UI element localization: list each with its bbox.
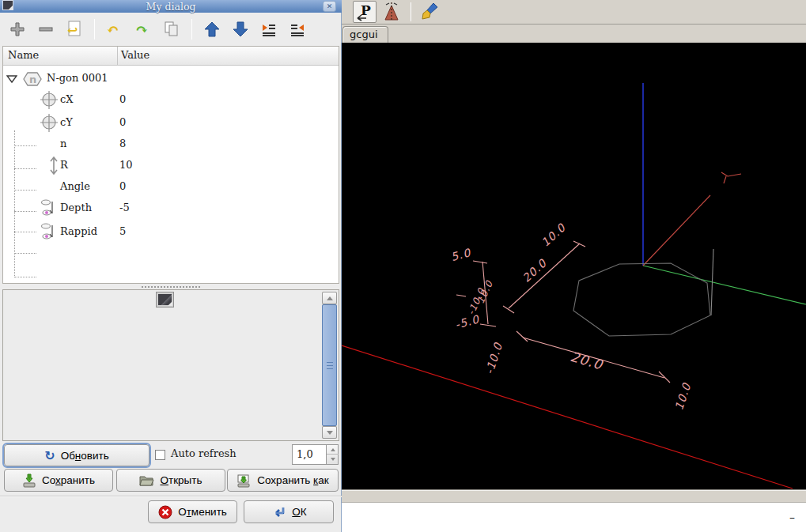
dim-label: 10.0 [539,221,568,249]
save-as-button-label: Сохранить как [257,474,328,486]
refresh-button[interactable]: ↻ Обновить [4,444,149,466]
tree-row-cy[interactable]: cY 0 [3,112,339,134]
ok-button[interactable]: ОК [244,500,334,523]
dim-label: 20.0 [569,349,606,373]
cone-tool-button[interactable] [380,1,403,23]
tree-guide-line [14,277,36,277]
save-button[interactable]: Сохранить [4,469,113,492]
tree-item-label[interactable]: Rappid [60,225,97,237]
position-icon [40,114,59,132]
triangle-up-icon [331,448,335,451]
indent-button[interactable] [259,20,278,39]
open-folder-icon [139,474,154,487]
svg-text:P: P [361,2,371,18]
add-button[interactable] [8,20,27,39]
green-axis [643,266,806,304]
tree-guide-line [14,253,36,254]
tree-row-depth[interactable]: Depth -5 [3,198,339,219]
tree-row-cx[interactable]: cX 0 [3,89,339,111]
tree-item-value[interactable]: -5 [119,202,130,213]
svg-text:↷: ↷ [135,21,148,38]
undo-icon: ↶ [105,20,124,39]
dim-label: -5.0 [454,312,481,331]
tree-item-value[interactable]: 0 [119,180,126,192]
ngon-icon: n [22,71,43,87]
unindent-icon [289,21,306,38]
column-header-name[interactable]: Name [8,49,39,61]
toolbar-separator [94,19,95,40]
tree-item-value[interactable]: 5 [119,225,126,237]
dim-label: -10.0 [482,341,505,375]
triangle-down-icon [327,431,333,435]
move-down-button[interactable] [231,20,250,39]
arrow-up-icon [203,21,221,38]
tree-item-value[interactable]: 0 [119,93,126,105]
revert-button[interactable]: ↩ [65,20,84,39]
remove-button[interactable] [36,20,55,39]
scroll-up-button[interactable] [322,292,337,304]
tree-row-rappid[interactable]: Rappid 5 [3,221,339,243]
plunge-icon [40,199,59,217]
main-toolbar: P [342,0,806,25]
tree-item-label[interactable]: n [60,138,66,149]
tree-row-ngon[interactable]: n N-gon 0001 [3,68,339,89]
spin-down-button[interactable] [327,455,339,464]
interval-spinbox[interactable]: 1,0 [292,444,339,465]
column-divider[interactable] [117,47,118,66]
triangle-down-icon [331,458,335,461]
svg-text:n: n [29,74,36,85]
tree-item-label[interactable]: R [60,159,68,171]
preview-scrollbar[interactable] [322,292,337,439]
scrollbar-thumb[interactable] [322,304,337,426]
open-button[interactable]: Открыть [116,469,225,492]
copy-icon [163,21,180,38]
tree-item-value[interactable]: 0 [119,116,126,128]
tree-item-label[interactable]: Angle [60,180,90,192]
screen: P gcgui [0,0,806,532]
tree-item-label[interactable]: cY [60,116,73,128]
interval-value[interactable]: 1,0 [297,448,313,460]
tab-gcgui[interactable]: gcgui [342,26,388,43]
column-header-value[interactable]: Value [121,49,149,61]
output-dash: – [789,511,795,523]
tree-item-label[interactable]: Depth [60,202,92,213]
revert-icon: ↩ [65,20,84,39]
tree-item-value[interactable]: 8 [119,138,126,149]
cone-icon [381,2,402,22]
scroll-down-button[interactable] [322,426,337,439]
brush-tool-button[interactable] [418,1,442,23]
dialog-titlebar[interactable]: My dialog ✕ [0,0,342,13]
close-button[interactable]: ✕ [323,1,336,12]
unindent-button[interactable] [288,20,307,39]
save-as-button[interactable]: Сохранить как [227,469,339,492]
dialog-toolbar: ↩ ↶ ↷ [0,13,342,46]
auto-refresh-checkbox[interactable] [155,450,165,460]
tab-label: gcgui [350,28,378,40]
spin-up-button[interactable] [327,445,339,455]
3d-viewport[interactable]: 5.0 10.0 -10.0 -5.0 20.0 10.0 -10.0 20.0… [342,43,806,489]
window-icon [2,0,13,10]
auto-refresh-label: Auto refresh [171,447,237,459]
tree-header[interactable]: Name Value [3,47,339,66]
letter-p-tool-button[interactable]: P [353,1,377,23]
redo-button[interactable]: ↷ [134,20,153,39]
move-up-button[interactable] [202,20,221,39]
tree-row-r[interactable]: R 10 [3,155,339,176]
undo-button[interactable]: ↶ [105,20,124,39]
indent-icon [260,21,278,38]
tree-row-n[interactable]: n 8 [3,134,339,155]
image-placeholder-icon [156,292,174,308]
main-window: P gcgui [342,0,806,532]
tree-item-label[interactable]: N-gon 0001 [47,72,108,84]
expander-icon[interactable] [6,74,17,84]
triangle-up-icon [327,296,333,300]
tree-row-angle[interactable]: Angle 0 [3,176,339,198]
tree-item-value[interactable]: 10 [119,159,133,171]
splitter-handle[interactable] [0,284,342,289]
property-tree[interactable]: Name Value n N-gon 0001 [2,46,339,284]
copy-button[interactable] [162,20,181,39]
preview-panel[interactable] [2,289,339,441]
tree-item-label[interactable]: cX [60,93,74,105]
arrow-down-icon [232,21,249,38]
cancel-button[interactable]: Отменить [148,500,237,523]
